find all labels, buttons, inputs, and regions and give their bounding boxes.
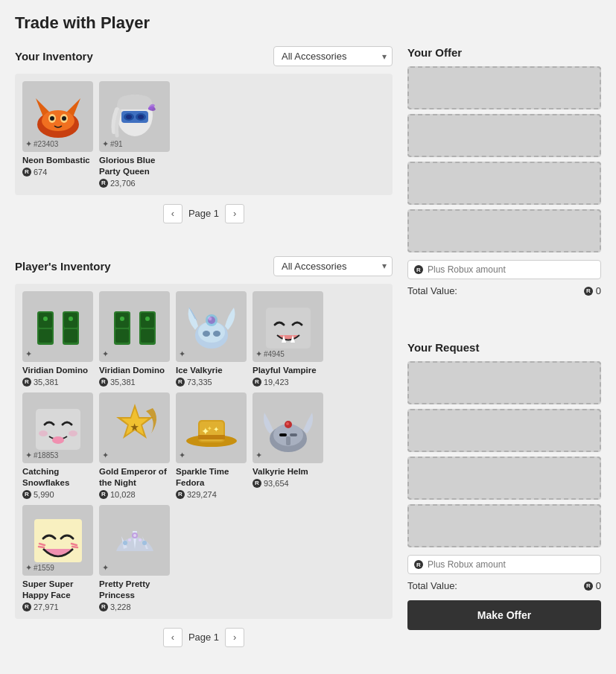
total-value-label: Total Value:: [407, 580, 457, 591]
robux-icon: R: [584, 287, 593, 296]
viridian-domino2-img: [105, 296, 165, 356]
robux-icon: R: [99, 378, 108, 387]
list-item[interactable]: ✦ #18853 Catching Snowflakes R 5,990: [22, 392, 93, 499]
list-item[interactable]: ✦ Viridian Domino R 35,381: [22, 291, 93, 387]
prev-page-button[interactable]: ‹: [163, 628, 182, 647]
item-name: Glorious Blue Party Queen: [99, 155, 170, 177]
item-thumbnail[interactable]: ✦: [99, 505, 170, 576]
robux-icon: R: [584, 582, 593, 591]
list-item[interactable]: ✦ Viridian Domino R 35,381: [99, 291, 170, 387]
your-offer-robux-input[interactable]: [428, 264, 594, 275]
item-value: R 10,028: [99, 490, 136, 499]
list-item[interactable]: ★ ✦ Gold Emperor of the Night R 10,028: [99, 392, 170, 499]
list-item[interactable]: ✦ ✦ ✦ ✦ Sparkle Time Fedora R 329,274: [176, 392, 247, 499]
request-slot-3[interactable]: [407, 457, 601, 500]
svg-point-3: [42, 110, 74, 131]
players-inventory-filter[interactable]: All Accessories: [273, 256, 393, 276]
request-slot-2[interactable]: [407, 409, 601, 452]
svg-rect-38: [266, 308, 311, 349]
item-badge: ✦: [255, 451, 262, 460]
robux-icon: R: [22, 168, 31, 177]
item-thumbnail[interactable]: ✦ ✦ ✦ ✦: [176, 392, 247, 463]
item-name: Ice Valkyrie: [176, 365, 223, 376]
robux-icon: R: [99, 490, 108, 499]
item-name: Viridian Domino: [99, 365, 165, 376]
svg-point-36: [208, 317, 215, 324]
item-badge: ✦ #18853: [25, 451, 58, 460]
svg-point-7: [62, 116, 66, 121]
list-item[interactable]: ✦ #1559 Super Super Happy Face R 27,971: [22, 505, 93, 611]
item-thumbnail[interactable]: ✦: [253, 392, 323, 463]
item-badge: ✦: [102, 563, 109, 573]
svg-rect-26: [115, 329, 129, 343]
your-inventory-title: Your Inventory: [15, 50, 93, 63]
svg-rect-19: [64, 329, 77, 343]
players-inventory-filter-wrapper[interactable]: All Accessories: [273, 256, 393, 276]
item-badge: ✦ #1559: [25, 563, 54, 573]
your-inventory-pagination: ‹ Page 1 ›: [15, 204, 393, 223]
robux-icon: R: [22, 378, 31, 387]
svg-rect-57: [279, 433, 287, 436]
item-thumbnail[interactable]: ✦ #18853: [22, 392, 93, 463]
request-slot-4[interactable]: [407, 504, 601, 547]
svg-point-44: [69, 430, 77, 436]
item-thumbnail[interactable]: ✦ #1559: [22, 505, 93, 576]
request-slot-1[interactable]: [407, 361, 601, 404]
item-value: R 674: [22, 168, 47, 177]
item-thumbnail[interactable]: ✦: [22, 291, 93, 362]
offer-slot-4[interactable]: [407, 209, 601, 252]
gold-emperor-img: ★: [105, 398, 165, 457]
item-thumbnail[interactable]: ✦ #4945: [253, 291, 323, 362]
robux-icon: R: [176, 490, 185, 499]
playful-vampire-img: [258, 296, 318, 356]
offer-slot-1[interactable]: [407, 66, 601, 109]
list-item[interactable]: ✦ #91 Glorious Blue Party Queen R 23,706: [99, 81, 170, 188]
your-offer-robux-input-wrapper[interactable]: R: [407, 260, 601, 279]
item-name: Pretty Pretty Princess: [99, 579, 170, 601]
svg-point-20: [43, 317, 48, 321]
list-item[interactable]: ✦ #23403 Neon Bombastic R 674: [22, 81, 93, 188]
svg-point-29: [145, 317, 150, 321]
svg-point-73: [128, 538, 131, 541]
list-item[interactable]: ✦ Ice Valkyrie R 73,335: [176, 291, 247, 387]
item-badge: ✦: [179, 349, 185, 359]
svg-rect-18: [39, 329, 52, 343]
your-request-robux-input[interactable]: [428, 559, 594, 570]
page-title: Trade with Player: [15, 13, 601, 33]
valkyrie-helm-img: [258, 398, 318, 457]
robux-icon: R: [253, 479, 261, 488]
list-item[interactable]: ✦ #4945 Playful Vampire R 19,423: [253, 291, 323, 387]
list-item[interactable]: ✦ Pretty Pretty Princess R 3,228: [99, 505, 170, 611]
item-name: Super Super Happy Face: [22, 579, 93, 601]
svg-text:✦: ✦: [207, 425, 212, 432]
robux-icon: R: [22, 603, 31, 611]
item-thumbnail[interactable]: ✦ #23403: [22, 81, 93, 152]
glorious-blue-img: [105, 87, 165, 147]
your-inventory-filter-wrapper[interactable]: All Accessories: [273, 46, 393, 66]
players-inventory-grid: ✦ Viridian Domino R 35,381: [15, 284, 393, 619]
item-thumbnail[interactable]: ✦: [176, 291, 247, 362]
item-value: R 35,381: [99, 378, 136, 387]
item-value: R 93,654: [253, 479, 289, 488]
item-thumbnail[interactable]: ✦: [99, 291, 170, 362]
offer-slot-2[interactable]: [407, 114, 601, 157]
make-offer-button[interactable]: Make Offer: [407, 600, 601, 630]
item-thumbnail[interactable]: ★ ✦: [99, 392, 170, 463]
prev-page-button[interactable]: ‹: [163, 204, 182, 223]
svg-point-72: [142, 541, 147, 545]
your-request-robux-input-wrapper[interactable]: R: [407, 555, 601, 574]
item-value: R 3,228: [99, 603, 131, 611]
robux-icon: R: [176, 378, 185, 387]
next-page-button[interactable]: ›: [225, 204, 244, 223]
item-value: R 35,381: [22, 378, 59, 387]
offer-slot-3[interactable]: [407, 162, 601, 205]
svg-rect-59: [286, 436, 290, 445]
item-value: R 5,990: [22, 490, 54, 499]
item-name: Viridian Domino: [22, 365, 88, 376]
your-inventory-filter[interactable]: All Accessories: [273, 46, 393, 66]
item-thumbnail[interactable]: ✦ #91: [99, 81, 170, 152]
catching-snowflakes-img: [28, 398, 88, 457]
svg-point-71: [123, 541, 127, 545]
list-item[interactable]: ✦ Valkyrie Helm R 93,654: [253, 392, 323, 499]
next-page-button[interactable]: ›: [225, 628, 244, 647]
